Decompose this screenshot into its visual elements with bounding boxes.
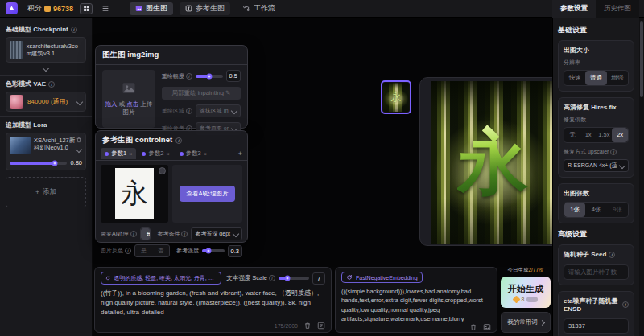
add-lora-button[interactable]: + 添加 [6, 177, 86, 207]
scrollbar-thumb[interactable] [640, 21, 643, 97]
info-icon[interactable]: i [130, 231, 137, 237]
window-scrollbar[interactable] [639, 18, 644, 336]
my-phrases-button[interactable]: 我的常用词 [501, 312, 551, 333]
chevron-down-icon [231, 108, 237, 114]
hires-option-2x[interactable]: 2x [612, 128, 628, 142]
seed-input[interactable] [564, 264, 629, 280]
invert-yes[interactable]: 是 [135, 245, 152, 256]
ensd-input[interactable] [564, 318, 629, 334]
upscaler-dropdown[interactable]: R-ESRGAN 4x+ (适合多种风 [564, 159, 629, 172]
slider-handle[interactable] [207, 73, 213, 79]
generate-cost: 8 [514, 297, 539, 302]
cfg-scale-slider[interactable] [279, 277, 309, 280]
translate-icon[interactable] [317, 322, 325, 330]
generated-image[interactable]: 永 [431, 81, 554, 244]
lora-model-card[interactable]: XSArchi_127新科幻Neov1.0 0.80 [6, 133, 86, 170]
slider-handle[interactable] [284, 276, 290, 281]
info-icon[interactable]: i [622, 301, 629, 308]
generate-button[interactable]: 开始生成 8 [501, 277, 551, 308]
info-icon[interactable]: i [186, 108, 192, 114]
info-icon[interactable]: i [48, 81, 55, 88]
close-icon[interactable]: × [129, 151, 132, 157]
checkpoint-collapse[interactable] [6, 66, 86, 71]
invert-no[interactable]: 否 [152, 245, 169, 256]
close-icon[interactable]: × [166, 151, 169, 157]
add-unit-icon[interactable]: + [238, 150, 242, 158]
checkpoint-label-text: 基础模型 Checkpoint [6, 25, 68, 34]
controlnet-tab-3[interactable]: 参数3 × [175, 148, 211, 159]
region-dropdown[interactable]: 涂抹区域 In [196, 104, 241, 117]
strength-label-text: 参考强度 [176, 247, 199, 255]
resolution-option-normal[interactable]: 普通 [585, 71, 606, 85]
need-ai-yes[interactable]: 是 [141, 228, 151, 240]
keyword-suggestion-chip[interactable]: 透明的质感, 轻盈, 唯美, 太阳光, 丹青, 动作, 最佳质量 [101, 272, 221, 285]
upscaler-value: R-ESRGAN 4x+ (适合多种风 [568, 162, 617, 170]
info-icon[interactable]: i [125, 248, 131, 254]
inpaint-button[interactable]: 局部重绘 inpainting ✎ [162, 87, 241, 100]
info-icon[interactable]: i [186, 73, 192, 80]
condition-dropdown[interactable]: 参考景深 dept [191, 227, 242, 240]
app-logo-icon[interactable] [6, 2, 18, 14]
trash-icon[interactable] [469, 323, 477, 331]
slider-handle[interactable] [206, 248, 212, 254]
hires-title: 高清修复 Hires.fix [564, 103, 629, 112]
tab-workflow-label: 工作流 [254, 3, 275, 14]
region-value: 涂抹区域 In [200, 107, 229, 115]
controlnet-reference-image[interactable]: 永 [101, 165, 168, 223]
batch-option-4[interactable]: 4张 [585, 203, 606, 217]
info-icon[interactable]: i [175, 137, 182, 144]
chevron-down-icon[interactable] [76, 146, 82, 153]
condition-label-text: 参考条件 [157, 230, 180, 238]
controlnet-tab-1[interactable]: 参数1 × [101, 148, 136, 159]
ensd-label-text: eta噪声种子随机量 ENSD [564, 297, 620, 313]
controlnet-panel-title: 参考生图 controlnet i [96, 131, 247, 147]
slider-handle[interactable] [52, 160, 57, 166]
trash-icon[interactable] [76, 137, 82, 143]
view-ai-processed-button[interactable]: 查看AI处理图片 [180, 186, 234, 202]
img2img-panel-title: 图生图 img2img [96, 46, 247, 65]
negative-prompt-panel: FastNegativeEmbedding (((simple backgrou… [335, 267, 497, 333]
negative-prompt-textarea[interactable]: (((simple background))),lowres,bad anato… [341, 287, 491, 322]
list-view-icon[interactable] [99, 3, 112, 14]
denoise-slider[interactable] [196, 75, 223, 78]
tab-img2img[interactable]: 图生图 [130, 2, 173, 15]
info-icon[interactable]: i [609, 252, 615, 258]
tab-ref-gen-label: 参考生图 [196, 3, 225, 14]
info-icon[interactable]: i [71, 27, 77, 33]
tab-workflow[interactable]: 工作流 [237, 2, 281, 15]
cost-value: 8 [522, 297, 525, 302]
resolution-option-enhanced[interactable]: 增强 [607, 71, 628, 85]
result-thumbnail-selected[interactable]: 永 [381, 80, 411, 114]
info-icon[interactable]: i [269, 275, 275, 281]
positive-prompt-textarea[interactable]: ((竹子)), in a blooming garden, (fresh and… [101, 289, 325, 321]
hires-option-1x[interactable]: 1x [580, 128, 597, 142]
info-icon[interactable]: i [610, 149, 617, 155]
grid-view-icon[interactable] [80, 3, 93, 14]
batch-option-9[interactable]: 9张 [607, 203, 628, 217]
batch-segmented: 1张 4张 9张 [564, 202, 629, 218]
image-upload-dropzone[interactable]: 拖入 或 点击 上传图片 [102, 70, 155, 128]
controlnet-tab-2[interactable]: 参数2 × [138, 148, 173, 159]
negative-embedding-chip[interactable]: FastNegativeEmbedding [341, 272, 423, 283]
trash-icon[interactable] [303, 322, 312, 330]
controlnet-tabs: 参数1 × 参数2 × 参数3 × + [96, 147, 247, 161]
hires-scale-label: 修复倍数 [564, 116, 629, 124]
tab-parameters[interactable]: 参数设置 [552, 0, 596, 18]
hires-option-none[interactable]: 无 [564, 128, 580, 142]
picture-icon[interactable] [483, 323, 491, 331]
image-toggle-icon[interactable] [159, 167, 166, 174]
vae-select[interactable]: 840000 (通用) [6, 92, 86, 112]
resolution-option-fast[interactable]: 快速 [564, 71, 585, 85]
mode-tabs: 图生图 参考生图 工作流 [130, 2, 281, 15]
tab-history[interactable]: 历史作图 [596, 0, 639, 18]
invert-toggle: 是 否 [134, 244, 170, 257]
credits-display[interactable]: 积分 96738 [27, 3, 73, 14]
hires-option-1-5x[interactable]: 1.5x [597, 128, 613, 142]
info-icon[interactable]: i [181, 231, 188, 237]
strength-slider[interactable] [202, 249, 225, 252]
checkpoint-model-card[interactable]: xsarchitecturalv3com建筑v3.1 [6, 37, 86, 63]
batch-option-1[interactable]: 1张 [564, 203, 585, 217]
tab-ref-gen[interactable]: 参考生图 [180, 2, 230, 15]
lora-weight-slider[interactable] [10, 162, 67, 165]
close-icon[interactable]: × [204, 151, 207, 157]
